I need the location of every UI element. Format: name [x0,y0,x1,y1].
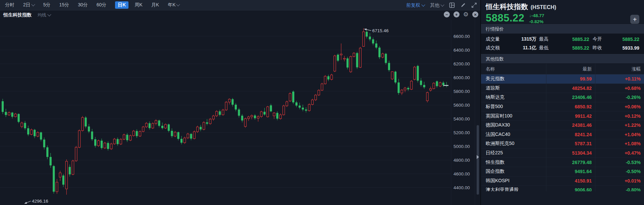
index-name-cell: 道琼斯 [481,85,546,91]
index-pct-cell: +0.47% [595,149,644,158]
layout-grid-icon[interactable] [449,2,455,8]
current-price: 5885.22 [486,12,525,24]
price-change-pct: -0.82% [529,19,544,25]
index-name-cell: 英国富时100 [481,113,546,119]
adjust-mode-label: 前复权 [406,2,420,8]
index-row-日经225[interactable]: 日经22551304.34+0.47% [481,149,644,158]
quote-pair-今开: 今开5885.22 [589,36,639,42]
zoom-out-icon[interactable]: − [444,11,450,17]
close-icon[interactable]: × [472,11,478,17]
section-others-title: 其他指数 [481,54,644,64]
index-last-cell: 24381.46 [546,121,595,130]
index-last-cell: 23406.46 [546,93,595,102]
period-tab-2日[interactable]: 2日 [23,2,35,8]
quote-label: 成交额 [486,45,500,51]
add-to-watchlist-button[interactable]: + [630,15,639,24]
period-tab-60分[interactable]: 60分 [97,2,107,8]
chart-pane-header: 恒生科技指数 均线 − + ⚙ × [0,10,480,19]
index-row-韩国KOSPI[interactable]: 韩国KOSPI4150.91+0.01% [481,176,644,186]
index-row-标普500[interactable]: 标普5006850.92+0.06% [481,102,644,112]
index-pct-cell: -0.26% [595,93,644,102]
index-last-cell: 51304.34 [546,149,595,158]
index-last-cell: 4150.91 [546,176,595,186]
period-tab-5分[interactable]: 5分 [43,2,51,8]
price-change-block: ↓-48.77 -0.82% [529,13,544,25]
quote-label: 最高 [539,36,548,42]
index-pct-cell: +0.11% [595,74,644,84]
y-axis-tick: 5600.00 [453,103,470,108]
collapse-panel-arrow-icon[interactable] [477,155,479,159]
index-row-法国CAC40[interactable]: 法国CAC408241.24+1.04% [481,130,644,140]
quote-grid: 成交量1315万最高5885.22今开5885.22成交额11.1亿最低5885… [481,34,644,54]
period-tab-年K[interactable]: 年K [168,2,179,8]
index-row-德国DAX30[interactable]: 德国DAX3024381.46+1.22% [481,121,644,130]
y-axis-tick: 5000.00 [453,144,470,149]
price-change: ↓-48.77 [529,13,544,19]
section-quote-title: 行情报价 [481,24,644,34]
quote-label: 今开 [593,36,602,42]
index-pct-cell: -0.53% [595,158,644,167]
quote-pair-成交量: 成交量1315万 [486,36,536,42]
quote-value: 5933.99 [622,45,639,51]
chevron-down-icon [440,3,444,6]
price-annotation: 6715.46 [372,28,389,33]
index-row-美元指数[interactable]: 美元指数99.59+0.11% [481,74,644,84]
adjust-mode-dropdown[interactable]: 前复权 [406,2,425,8]
period-tab-分时[interactable]: 分时 [5,2,14,8]
index-name: 恒生科技指数 [486,2,528,11]
index-pct-cell: +0.01% [595,176,644,186]
ma-label: 均线 [38,12,46,18]
index-name-cell: 美元指数 [481,76,546,82]
quote-label: 最低 [539,45,548,51]
chevron-down-icon [421,3,425,6]
index-name-cell: 标普500 [481,104,546,110]
zoom-in-icon[interactable]: + [453,11,460,17]
quote-label: 昨收 [593,45,602,51]
y-axis-tick: 6600.00 [453,34,470,39]
pane-icon-group: − + ⚙ × [444,11,478,17]
index-row-欧洲斯托克50[interactable]: 欧洲斯托克505787.31+1.08% [481,139,644,149]
y-axis-tick: 4600.00 [453,171,470,176]
index-last-cell: 5787.31 [546,139,595,148]
chart-pane: 6600.006400.006200.006000.005800.005600.… [0,0,480,205]
index-row-英国富时100[interactable]: 英国富时1009911.42+0.12% [481,111,644,121]
index-row-国企指数[interactable]: 国企指数9491.64-0.50% [481,167,644,176]
ma-indicator-dropdown[interactable]: 均线 [38,12,51,18]
quote-pair-最高: 最高5885.22 [536,36,589,42]
index-pct-cell: +0.06% [595,102,644,111]
index-name-cell: 法国CAC40 [481,132,546,138]
index-last-cell: 9491.64 [546,167,595,176]
quote-panel-header: 恒生科技指数 (HSTECH) 5885.22 ↓-48.77 -0.82% + [481,0,644,24]
period-tab-日K[interactable]: 日K [115,1,128,9]
y-axis-tick: 5400.00 [453,116,470,121]
period-tab-15分[interactable]: 15分 [59,2,69,8]
period-tab-周K[interactable]: 周K [135,2,142,8]
index-name-cell: 恒生指数 [481,159,546,165]
index-pct-cell: +1.22% [595,121,644,130]
panel-splitter [476,0,480,205]
header-last: 最新 [546,64,595,74]
y-axis-tick: 6200.00 [453,61,470,66]
other-dropdown[interactable]: 其他 [430,2,444,8]
index-row-纳斯达克[interactable]: 纳斯达克23406.46-0.26% [481,93,644,102]
quote-pair-成交额: 成交额11.1亿 [486,45,536,51]
chevron-down-icon [47,12,51,16]
index-name-cell: 欧洲斯托克50 [481,141,546,147]
trading-app: { "colors":{"up":"#e23b3b","down":"#2ebd… [0,0,644,205]
splitter-scroll-thumb[interactable] [477,125,479,195]
index-last-cell: 26779.48 [546,158,595,167]
index-row-澳大利亚普通股[interactable]: 澳大利亚普通股9006.60-0.80% [481,186,644,191]
candlestick-chart[interactable]: 6600.006400.006200.006000.005800.005600.… [0,0,480,205]
index-row-道琼斯[interactable]: 道琼斯48254.82+0.68% [481,84,644,93]
period-tab-30分[interactable]: 30分 [78,2,88,8]
index-row-恒生指数[interactable]: 恒生指数26779.48-0.53% [481,158,644,167]
gear-icon[interactable]: ⚙ [463,11,469,17]
y-axis-tick: 4400.00 [453,185,470,190]
draw-pen-icon[interactable] [460,2,466,8]
period-tab-月K[interactable]: 月K [151,2,159,8]
index-name-cell: 韩国KOSPI [481,178,546,184]
quote-panel: 恒生科技指数 (HSTECH) 5885.22 ↓-48.77 -0.82% +… [480,0,644,205]
y-axis-tick: 6000.00 [453,75,470,80]
index-pct-cell: +0.12% [595,111,644,120]
quote-pair-最低: 最低5885.22 [536,45,589,51]
